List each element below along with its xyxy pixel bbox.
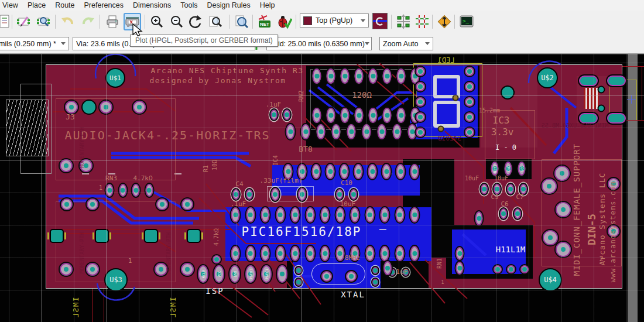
pcb-pad[interactable] [506,183,515,196]
zoom-out-button[interactable] [168,13,186,30]
pcb-pad[interactable] [326,107,337,124]
pcb-pad[interactable] [285,123,296,141]
pcb-pad[interactable] [320,270,333,283]
pcb-pad[interactable] [409,245,420,262]
pcb-pad[interactable] [59,158,74,173]
pcb-pad[interactable] [187,229,201,243]
pcb-pad[interactable] [415,66,426,77]
pcb-pad[interactable] [354,107,365,124]
pcb-pad[interactable] [245,188,254,201]
pcb-pad[interactable] [464,126,475,138]
pcb-pad[interactable] [474,210,484,227]
pcb-pad[interactable] [438,126,444,132]
pcb-pad[interactable] [294,278,303,287]
pcb-pad[interactable] [290,245,301,262]
pcb-pad[interactable] [339,163,350,180]
pcb-pad[interactable] [381,163,392,180]
menu-item-dimensions[interactable]: Dimensions [133,0,171,11]
pcb-pad[interactable] [304,245,316,262]
pcb-pad[interactable] [311,107,323,124]
pcb-pad[interactable] [382,107,393,124]
track-width-selector[interactable]: mils (0.250 mm) * [0,37,69,50]
menu-item-tools[interactable]: Tools [180,0,197,11]
autoroute-mode-button[interactable] [436,13,453,30]
pcb-pad[interactable] [598,105,605,112]
pcb-pad[interactable] [479,183,489,196]
pcb-pad[interactable] [415,111,426,123]
pcb-pad[interactable] [180,262,195,277]
ratsnest-button[interactable] [413,13,431,30]
pcb-pad[interactable] [294,266,303,275]
pcb-pad[interactable] [245,206,256,224]
pcb-pad[interactable] [85,197,100,211]
redo-button[interactable] [80,13,97,30]
menu-item-preferences[interactable]: Preferences [84,0,124,11]
pcb-pad[interactable] [60,197,74,211]
pcb-pad[interactable] [345,270,358,283]
footprint-browser-button[interactable] [35,13,53,30]
pcb-pad[interactable] [180,197,194,211]
pcb-pad[interactable] [350,206,361,224]
pcb-pad[interactable] [394,245,405,262]
pcb-pad[interactable] [464,111,475,123]
pcb-pad[interactable] [501,85,515,100]
pcb-pad[interactable] [361,123,372,141]
redraw-button[interactable] [187,13,204,30]
zoom-selector[interactable]: Zoom Auto [379,37,433,50]
pcb-pad[interactable] [144,229,158,243]
pcb-canvas[interactable]: Arcano NES Chiptune Synth R3designed by … [0,54,644,322]
pcb-pad[interactable] [105,183,115,198]
pcb-pad[interactable] [554,201,572,218]
pcb-pad[interactable] [282,108,292,121]
sheet-button[interactable] [0,13,12,30]
pcb-pad[interactable] [554,241,572,258]
pcb-pad[interactable] [311,67,323,85]
pcb-pad[interactable] [540,177,558,195]
pcb-pad[interactable] [492,264,503,275]
via-display-button[interactable] [372,13,388,29]
pcb-pad[interactable] [276,264,289,284]
pcb-pad[interactable] [394,206,405,224]
pcb-pad[interactable] [275,206,286,224]
pcb-pad[interactable] [325,163,336,180]
pcb-pad[interactable] [367,163,378,180]
pcb-pad[interactable] [131,183,141,198]
pcb-pad[interactable] [290,206,301,224]
pcb-pad[interactable] [300,123,311,141]
zoom-in-button[interactable] [148,13,166,30]
pcb-pad[interactable] [364,206,375,224]
pcb-pad[interactable] [155,197,169,211]
pcb-pad[interactable] [376,123,388,141]
pcb-pad[interactable] [415,81,426,93]
pcb-pad[interactable] [353,163,364,180]
menu-item-design-rules[interactable]: Design Rules [207,0,250,11]
pcb-pad[interactable] [95,229,109,243]
find-button[interactable] [232,13,250,30]
pcb-pad[interactable] [371,278,379,287]
pcb-pad[interactable] [230,206,241,224]
pcb-pad[interactable] [364,245,375,262]
pcb-pad[interactable] [334,245,345,262]
pcb-pad[interactable] [231,188,241,201]
pcb-pad[interactable] [379,206,390,224]
print-button[interactable] [104,13,121,30]
menu-item-place[interactable]: Place [28,0,46,11]
scripting-console-button[interactable]: >_ [458,13,475,30]
pcb-pad[interactable] [464,96,475,108]
pcb-pad[interactable] [59,262,74,277]
pcb-pad[interactable] [368,67,379,85]
menu-item-view[interactable]: View [2,0,18,11]
pcb-pad[interactable] [598,86,605,94]
pcb-pad[interactable] [453,95,459,101]
pcb-pad[interactable] [368,107,379,124]
pcb-pad[interactable] [513,207,522,220]
pcb-pad[interactable] [519,264,530,275]
pcb-pad[interactable] [455,261,465,276]
pcb-pad[interactable] [499,207,508,220]
pcb-pad[interactable] [275,245,286,262]
pcb-pad[interactable] [132,100,147,115]
undo-button[interactable] [59,13,76,30]
pcb-pad[interactable] [392,123,403,141]
pcb-pad[interactable] [464,66,475,77]
pcb-pad[interactable] [320,206,331,224]
